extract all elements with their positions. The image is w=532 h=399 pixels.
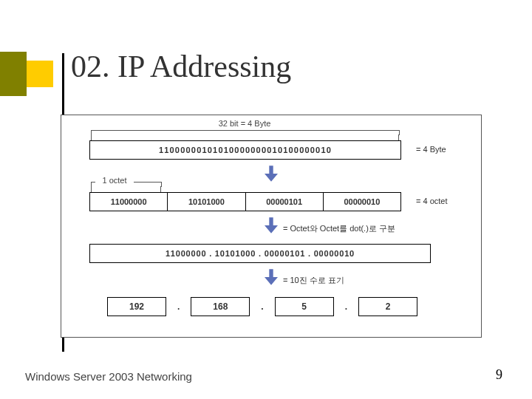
- dot-3: .: [341, 301, 351, 312]
- label-1octet: 1 octet: [95, 176, 134, 185]
- dot-2: .: [257, 301, 267, 312]
- bracket-1octet-drop-r: [160, 186, 161, 192]
- label-decimal: = 10진 수로 표기: [283, 275, 344, 286]
- deco-olive-block: [0, 52, 27, 96]
- cell-octet-3: 00000101: [246, 193, 324, 211]
- bracket-32bit: [91, 130, 400, 135]
- cell-octet-2: 10101000: [168, 193, 245, 211]
- label-dot-separate: = Octet와 Octet를 dot(.)로 구분: [283, 223, 395, 234]
- cell-ip-d: 2: [358, 297, 417, 316]
- arrow-down-icon: [265, 269, 278, 285]
- cell-dotted-binary: 11000000 . 10101000 . 00000101 . 0000001…: [90, 245, 430, 262]
- arrow-down-icon: [265, 166, 278, 182]
- arrow-2-container: [61, 217, 481, 233]
- ip-diagram: 32 bit = 4 Byte 110000001010100000000101…: [61, 115, 482, 338]
- bracket-32bit-drop-r: [398, 134, 399, 140]
- cell-ip-b: 168: [191, 297, 250, 316]
- row-decimal-ip: 192 . 168 . 5 . 2: [107, 297, 417, 316]
- cell-octet-1: 11000000: [90, 193, 168, 211]
- row-bits-32: 11000000101010000000010100000010: [89, 140, 401, 160]
- bracket-32bit-drop-l: [91, 134, 92, 140]
- cell-ip-a: 192: [107, 297, 166, 316]
- arrow-down-icon: [265, 217, 278, 233]
- slide-title: 02. IP Addressing: [71, 49, 291, 84]
- label-32bit: 32 bit = 4 Byte: [91, 119, 398, 128]
- bracket-1octet-drop-l: [91, 186, 92, 192]
- deco-yellow-block: [27, 61, 53, 87]
- cell-bits-32: 11000000101010000000010100000010: [90, 141, 400, 159]
- page-number: 9: [496, 367, 502, 383]
- slide: 02. IP Addressing 32 bit = 4 Byte 110000…: [0, 0, 532, 399]
- label-4octet: = 4 octet: [416, 197, 448, 205]
- cell-ip-c: 5: [275, 297, 334, 316]
- label-4byte: = 4 Byte: [416, 145, 446, 154]
- cell-octet-4: 00000010: [324, 193, 400, 211]
- arrow-3-container: [61, 269, 481, 285]
- dot-1: .: [174, 301, 183, 312]
- footer-text: Windows Server 2003 Networking: [25, 370, 192, 383]
- row-dotted-binary: 11000000 . 10101000 . 00000101 . 0000001…: [89, 244, 431, 263]
- row-octets: 11000000 10101000 00000101 00000010: [89, 192, 401, 211]
